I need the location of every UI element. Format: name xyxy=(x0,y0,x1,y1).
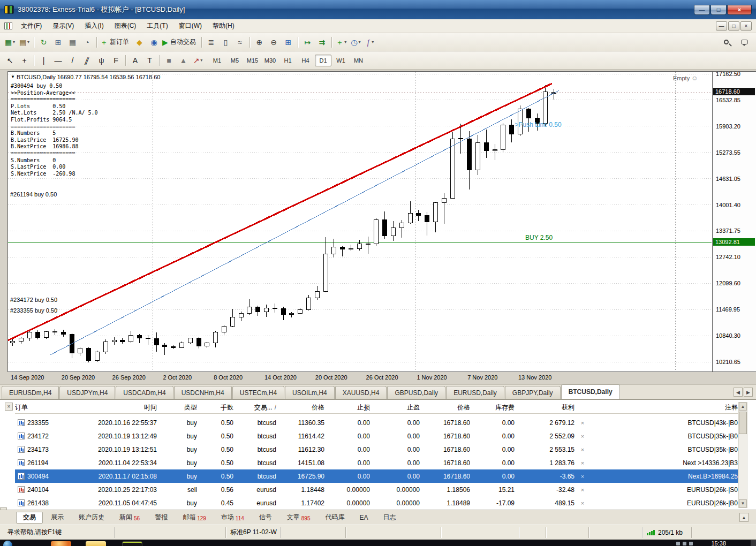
vertical-line-button[interactable]: | xyxy=(37,54,50,67)
auto-scroll-button[interactable]: ↦ xyxy=(301,36,314,49)
close-button[interactable]: × xyxy=(727,5,752,15)
terminal-tab-account-history[interactable]: 账户历史 xyxy=(72,512,111,524)
timeframe-h1[interactable]: H1 xyxy=(279,55,296,66)
close-order-icon[interactable]: × xyxy=(574,460,591,466)
mdi-restore-button[interactable]: □ xyxy=(728,21,739,31)
column-header[interactable]: 止盈 xyxy=(370,403,420,412)
text-button[interactable]: A xyxy=(128,54,142,67)
close-order-icon[interactable]: × xyxy=(574,487,591,493)
taskbar-clock[interactable]: 15:38 xyxy=(711,540,726,546)
tile-windows-button[interactable]: ⊞ xyxy=(282,36,295,49)
chart-tab-gbpjpy-daily[interactable]: GBPJPY,Daily xyxy=(505,386,561,399)
chart-tab-usoilm-h4[interactable]: USOILm,H4 xyxy=(285,386,335,399)
options-button[interactable]: ◉ xyxy=(147,36,161,49)
timeframe-m30[interactable]: M30 xyxy=(262,55,278,66)
column-header[interactable]: 订单 xyxy=(15,403,63,412)
order-row-234172[interactable]: 2341722020.10.19 13:12:49buy0.50btcusd11… xyxy=(15,429,738,443)
rectangle-button[interactable]: ■ xyxy=(162,54,176,67)
line-chart-button[interactable]: ≈ xyxy=(233,36,247,49)
cursor-button[interactable]: ↖ xyxy=(3,54,17,67)
column-header[interactable]: 价格 xyxy=(420,403,470,412)
timeframe-m5[interactable]: M5 xyxy=(226,55,243,66)
terminal-tab-exposure[interactable]: 展示 xyxy=(44,512,71,524)
menu-window[interactable]: 窗口(W) xyxy=(173,20,207,32)
column-header[interactable]: 注释 xyxy=(591,403,738,412)
taskbar-app-icon-1[interactable] xyxy=(51,541,71,546)
chat-icon[interactable] xyxy=(734,36,749,49)
menu-view[interactable]: 显示(V) xyxy=(47,20,79,32)
timeframe-h4[interactable]: H4 xyxy=(297,55,314,66)
chart-shift-button[interactable]: ⇉ xyxy=(315,36,329,49)
chart-tab-usdcnhm-h4[interactable]: USDCNHm,H4 xyxy=(174,386,232,399)
channel-button[interactable]: ∥ xyxy=(80,54,94,67)
order-row-234173[interactable]: 2341732020.10.19 13:12:51buy0.50btcusd11… xyxy=(15,443,738,456)
full-screen-button[interactable]: ⊞ xyxy=(51,36,65,49)
system-tray[interactable] xyxy=(674,542,693,545)
history-center-button[interactable]: ◔ xyxy=(80,36,94,49)
horizontal-line-button[interactable]: — xyxy=(51,54,65,67)
mdi-minimize-button[interactable]: — xyxy=(716,21,727,31)
terminal-close-icon[interactable]: × xyxy=(5,403,13,411)
date-axis[interactable]: 14 Sep 202020 Sep 202026 Sep 20202 Oct 2… xyxy=(7,373,712,384)
profiles-button[interactable]: ▤▾ xyxy=(18,36,31,49)
terminal-tab-journal[interactable]: 日志 xyxy=(376,512,403,524)
fibonacci-button[interactable]: F xyxy=(109,54,123,67)
terminal-tab-mailbox[interactable]: 邮箱129 xyxy=(176,512,213,524)
pitchfork-button[interactable]: ψ xyxy=(95,54,108,67)
grid-button[interactable]: ▦ xyxy=(66,36,79,49)
order-row-261194[interactable]: 2611942020.11.04 22:53:34buy0.50btcusd14… xyxy=(15,456,738,469)
templates-button[interactable]: ƒ▾ xyxy=(364,36,377,49)
chart-tab-scroll-right[interactable]: ▶ xyxy=(744,388,753,397)
scrollbar-thumb[interactable] xyxy=(739,412,747,434)
terminal-tab-ea[interactable]: EA xyxy=(352,512,375,524)
label-button[interactable]: T xyxy=(143,54,156,67)
terminal-tab-signals[interactable]: 信号 xyxy=(252,512,279,524)
start-button[interactable] xyxy=(3,541,12,546)
new-order-button[interactable]: ＋新订单 xyxy=(100,36,132,49)
candlestick-chart[interactable]: ▼BTCUSD,Daily 16690.77 16795.54 16539.56… xyxy=(7,71,712,372)
terminal-tab-trade[interactable]: 交易 xyxy=(16,512,43,524)
new-chart-button[interactable]: ▦▾ xyxy=(3,36,17,49)
order-row-261438[interactable]: 2614382020.11.05 04:47:45buy0.45eurusd1.… xyxy=(15,496,738,510)
triangle-button[interactable]: ▲ xyxy=(177,54,190,67)
periods-button[interactable]: ◷▾ xyxy=(349,36,362,49)
menu-charts[interactable]: 图表(C) xyxy=(109,20,142,32)
column-header[interactable]: 止损 xyxy=(324,403,370,412)
taskbar-terminal-icon[interactable] xyxy=(122,541,142,546)
close-order-icon[interactable]: × xyxy=(574,500,591,506)
search-icon[interactable] xyxy=(720,36,733,49)
metaeditor-button[interactable]: ◆ xyxy=(133,36,146,49)
minimize-button[interactable]: — xyxy=(694,5,710,15)
candle-chart-button[interactable]: ▯ xyxy=(219,36,232,49)
column-header[interactable]: 获利 xyxy=(515,403,574,412)
zoom-out-button[interactable]: ⊖ xyxy=(267,36,281,49)
chart-tab-gbpusd-daily[interactable]: GBPUSD,Daily xyxy=(387,386,445,399)
chart-tab-eurusd-daily[interactable]: EURUSD,Daily xyxy=(446,386,504,399)
order-row-240104[interactable]: 2401042020.10.25 22:17:03sell0.56eurusd1… xyxy=(15,483,738,496)
close-order-icon[interactable]: × xyxy=(574,446,591,453)
terminal-tab-news[interactable]: 新闻56 xyxy=(112,512,147,524)
chart-tab-usdcadm-h4[interactable]: USDCADm,H4 xyxy=(116,386,173,399)
column-header[interactable]: 交易.../ xyxy=(233,403,276,412)
order-row-300494[interactable]: 3004942020.11.17 02:15:08buy0.50btcusd16… xyxy=(15,469,738,483)
taskbar-folder-icon[interactable] xyxy=(86,541,106,546)
trendline-button[interactable]: / xyxy=(66,54,79,67)
menu-tools[interactable]: 工具(T) xyxy=(141,20,173,32)
chart-tab-ustecm-h4[interactable]: USTECm,H4 xyxy=(232,386,284,399)
terminal-tab-scroll-up[interactable]: ▲ xyxy=(739,513,749,522)
show-desktop-button[interactable] xyxy=(751,540,756,546)
close-order-icon[interactable]: × xyxy=(574,433,591,439)
crosshair-button[interactable]: + xyxy=(18,54,31,67)
orders-scrollbar[interactable]: ▲ ▼ xyxy=(738,402,747,508)
chart-tab-xauusd-h4[interactable]: XAUUSD,H4 xyxy=(335,386,387,399)
timeframe-m15[interactable]: M15 xyxy=(244,55,261,66)
chart-tab-eurusdm-h4[interactable]: EURUSDm,H4 xyxy=(2,386,59,399)
column-header[interactable]: 库存费 xyxy=(470,403,515,412)
terminal-tab-articles[interactable]: 文章895 xyxy=(280,512,317,524)
close-order-icon[interactable]: × xyxy=(574,473,591,480)
menu-file[interactable]: 文件(F) xyxy=(16,20,47,32)
order-row-233355[interactable]: 2333552020.10.16 22:55:37buy0.50btcusd11… xyxy=(15,416,738,429)
close-order-icon[interactable]: × xyxy=(574,420,591,426)
column-header[interactable]: 价格 xyxy=(276,403,324,412)
orders-header[interactable]: 订单时间类型手数交易.../价格止损止盈价格库存费获利注释 xyxy=(15,402,738,414)
